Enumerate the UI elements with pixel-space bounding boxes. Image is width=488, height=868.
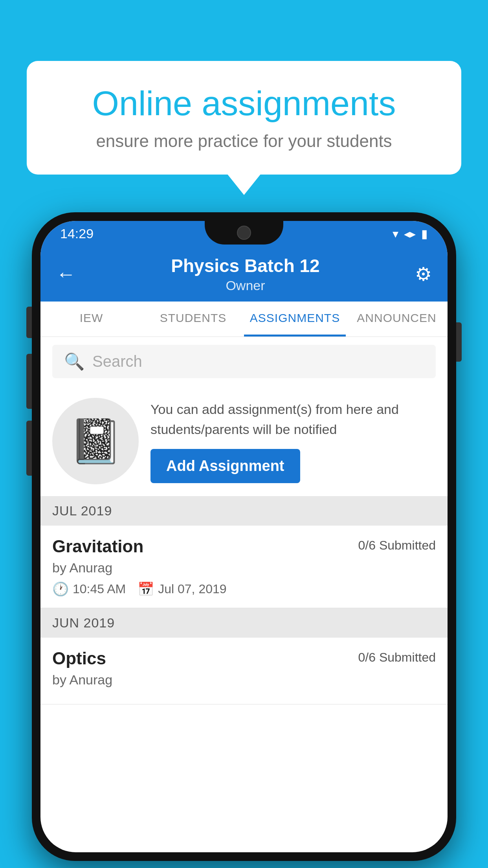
front-camera	[237, 226, 251, 240]
assignment-submitted-optics: 0/6 Submitted	[358, 650, 436, 665]
speech-bubble-title: Online assignments	[54, 85, 434, 123]
speech-bubble-subtitle: ensure more practice for your students	[54, 131, 434, 151]
phone-outer: 14:29 ▾ ◂▸ ▮ ← Physics Batch 12 Owner ⚙	[32, 212, 456, 861]
phone-content: 🔍 Search 📓 You can add assignment(s) fro…	[40, 337, 448, 852]
assignment-time-meta: 🕐 10:45 AM	[52, 581, 126, 597]
back-button[interactable]: ←	[56, 263, 76, 285]
volume-down-button	[26, 354, 32, 409]
notebook-icon: 📓	[69, 416, 123, 467]
section-header-jul: JUL 2019	[40, 496, 448, 526]
section-header-jun: JUN 2019	[40, 608, 448, 638]
assignment-item-header-optics: Optics 0/6 Submitted	[52, 649, 436, 668]
wifi-icon: ▾	[393, 227, 398, 241]
add-assignment-promo: 📓 You can add assignment(s) from here an…	[40, 386, 448, 496]
search-icon: 🔍	[64, 352, 84, 371]
assignment-date-meta: 📅 Jul 07, 2019	[138, 581, 226, 597]
assignment-title-optics: Optics	[52, 649, 106, 668]
search-container: 🔍 Search	[40, 337, 448, 386]
assignment-meta-gravitation: 🕐 10:45 AM 📅 Jul 07, 2019	[52, 581, 436, 597]
camera-button	[26, 421, 32, 476]
signal-icon: ◂▸	[404, 227, 416, 241]
header-title: Physics Batch 12	[171, 255, 319, 276]
search-placeholder: Search	[92, 353, 142, 370]
assignment-author-optics: by Anurag	[52, 672, 436, 688]
power-button	[456, 322, 462, 362]
calendar-icon: 📅	[138, 581, 154, 597]
status-icons: ▾ ◂▸ ▮	[393, 227, 428, 241]
speech-bubble: Online assignments ensure more practice …	[27, 61, 461, 175]
assignment-item-gravitation[interactable]: Gravitation 0/6 Submitted by Anurag 🕐 10…	[40, 526, 448, 608]
assignment-title-gravitation: Gravitation	[52, 537, 143, 556]
phone-notch	[205, 221, 283, 245]
volume-up-button	[26, 307, 32, 338]
assignment-date: Jul 07, 2019	[158, 582, 226, 596]
header-subtitle: Owner	[171, 278, 319, 293]
promo-icon-circle: 📓	[52, 398, 139, 484]
status-time: 14:29	[60, 226, 94, 241]
assignment-author-gravitation: by Anurag	[52, 560, 436, 576]
promo-text: You can add assignment(s) from here and …	[150, 399, 436, 440]
assignment-time: 10:45 AM	[73, 582, 126, 596]
phone-screen: 14:29 ▾ ◂▸ ▮ ← Physics Batch 12 Owner ⚙	[40, 221, 448, 852]
tab-bar: IEW STUDENTS ASSIGNMENTS ANNOUNCEN	[40, 302, 448, 337]
battery-icon: ▮	[421, 227, 428, 241]
clock-icon: 🕐	[52, 581, 69, 597]
tab-announcements[interactable]: ANNOUNCEN	[346, 302, 448, 337]
speech-bubble-container: Online assignments ensure more practice …	[27, 61, 461, 175]
tab-students[interactable]: STUDENTS	[142, 302, 244, 337]
search-bar[interactable]: 🔍 Search	[52, 345, 436, 378]
tab-assignments[interactable]: ASSIGNMENTS	[244, 302, 346, 337]
settings-icon[interactable]: ⚙	[415, 263, 432, 285]
header-title-area: Physics Batch 12 Owner	[171, 255, 319, 293]
assignment-item-optics[interactable]: Optics 0/6 Submitted by Anurag	[40, 638, 448, 704]
assignment-submitted-gravitation: 0/6 Submitted	[358, 538, 436, 553]
promo-right: You can add assignment(s) from here and …	[150, 399, 436, 483]
phone-mockup: 14:29 ▾ ◂▸ ▮ ← Physics Batch 12 Owner ⚙	[32, 212, 456, 861]
assignment-item-header: Gravitation 0/6 Submitted	[52, 537, 436, 556]
tab-iew[interactable]: IEW	[40, 302, 142, 337]
app-header: ← Physics Batch 12 Owner ⚙	[40, 246, 448, 302]
add-assignment-button[interactable]: Add Assignment	[150, 449, 300, 483]
